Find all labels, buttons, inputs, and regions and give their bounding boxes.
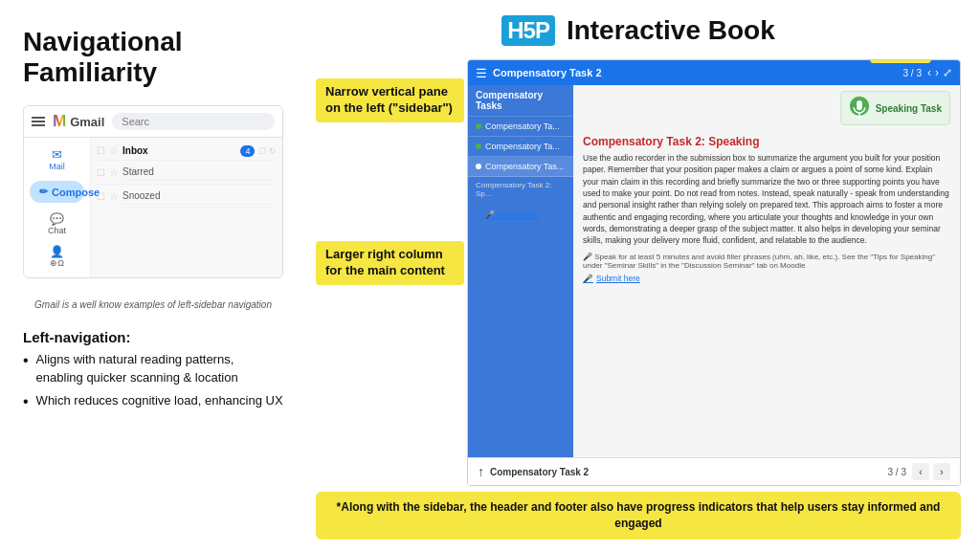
inbox-checkbox: ☐ xyxy=(97,145,105,156)
sidebar-dot-1 xyxy=(476,123,481,129)
h5p-task-body: Compensatory Task 2: Speaking Use the au… xyxy=(573,129,960,457)
h5p-sidebar: Compensatory Tasks Compensatory Ta... Co… xyxy=(468,85,573,457)
mic-icon xyxy=(849,96,870,121)
main-content-annotation-text: Larger right column for the main content xyxy=(316,241,464,285)
footer-next-btn[interactable]: › xyxy=(933,463,950,480)
inbox-star: ☆ xyxy=(109,144,119,157)
gmail-sidebar: ✉ Mail ✏ Compose 💬 Chat 👤 ⊕Ω xyxy=(24,138,91,277)
h5p-sidebar-heading: Compensatory Tasks xyxy=(468,85,573,117)
h5p-sidebar-subtext: Compensatory Task 2: Sp... xyxy=(468,177,573,202)
h5p-footer-nav: ‹ › xyxy=(912,463,950,480)
h5p-top-bar-title: Compensatory Task 2 xyxy=(493,67,898,78)
hamburger-icon[interactable] xyxy=(32,117,45,126)
h5p-sidebar-item-3[interactable]: Compensatory Tas... xyxy=(468,157,573,177)
sidebar-dot-3 xyxy=(476,164,481,169)
gmail-header: M Gmail Searc xyxy=(24,106,282,138)
gmail-more-item[interactable]: 👤 ⊕Ω xyxy=(24,241,90,272)
h5p-task-header: Speaking Task xyxy=(573,85,960,129)
gmail-inbox-row[interactable]: ☐ ☆ Inbox 4 ☐ ↻ xyxy=(97,142,277,161)
gmail-search-box[interactable]: Searc xyxy=(112,113,275,130)
inbox-badge: 4 xyxy=(240,145,255,157)
sidebar-annotation-text: Narrow vertical pane on the left ("sideb… xyxy=(316,78,464,122)
left-panel: Navigational Familiarity M Gmail Searc ✉… xyxy=(0,0,306,551)
h5p-content-wrapper: Compensatory Tasks Compensatory Ta... Co… xyxy=(468,85,960,457)
bullet-list: Aligns with natural reading patterns, en… xyxy=(23,351,283,410)
footer-prev-btn[interactable]: ‹ xyxy=(912,463,929,480)
header-annotation: Header xyxy=(870,59,931,63)
gmail-mail-item[interactable]: ✉ Mail xyxy=(24,143,90,175)
gmail-body: ✉ Mail ✏ Compose 💬 Chat 👤 ⊕Ω ☐ xyxy=(24,138,282,277)
h5p-task-text: Use the audio recorder in the submission… xyxy=(583,152,950,247)
h5p-logo: H5P xyxy=(501,15,555,46)
bottom-note: *Along with the sidebar, the header and … xyxy=(316,492,961,540)
compose-button[interactable]: ✏ Compose xyxy=(30,181,84,203)
bullet-item-2: Which reduces cognitive load, enhancing … xyxy=(23,392,283,410)
h5p-top-bar: ☰ Compensatory Task 2 3 / 3 ‹ › ⤢ xyxy=(468,60,960,85)
sidebar-annotation: Narrow vertical pane on the left ("sideb… xyxy=(316,78,464,122)
starred-label: Starred xyxy=(122,164,277,181)
menu-icon[interactable]: ☰ xyxy=(476,66,487,80)
gmail-chat-item[interactable]: 💬 Chat xyxy=(24,209,90,239)
gmail-caption: Gmail is a well know examples of left-si… xyxy=(23,296,283,312)
h5p-top-nav-icons: ‹ › ⤢ xyxy=(927,66,952,79)
left-nav-section: Left-navigation: Aligns with natural rea… xyxy=(23,329,283,416)
speaking-task-label: Speaking Task xyxy=(876,103,942,114)
h5p-footer-title: Compensatory Task 2 xyxy=(490,467,882,477)
inbox-label: Inbox xyxy=(122,145,236,156)
h5p-header-area: H5P Interactive Book xyxy=(316,15,961,46)
gmail-mockup: M Gmail Searc ✉ Mail ✏ Compose 💬 Chat xyxy=(23,105,283,278)
h5p-sidebar-submit[interactable]: 🎤 Submit here xyxy=(468,202,573,223)
gmail-starred-row[interactable]: ☐ ☆ Starred xyxy=(97,161,277,185)
footer-annotation: Footer xyxy=(960,437,961,465)
right-panel: H5P Interactive Book Narrow vertical pan… xyxy=(306,0,980,551)
h5p-sidebar-item-1[interactable]: Compensatory Ta... xyxy=(468,117,573,137)
gmail-snoozed-row[interactable]: ☐ ☆ Snoozed xyxy=(97,185,277,209)
snoozed-star: ☆ xyxy=(109,190,119,203)
expand-icon[interactable]: ⤢ xyxy=(943,66,952,79)
h5p-footer-count: 3 / 3 xyxy=(888,467,906,477)
gmail-logo-text: Gmail xyxy=(70,115,104,129)
gmail-logo-m: M xyxy=(53,112,66,131)
up-arrow-icon[interactable]: ↑ xyxy=(478,464,484,479)
snoozed-checkbox: ☐ xyxy=(97,191,105,202)
h5p-mockup: Header ☰ Compensatory Task 2 3 / 3 ‹ › ⤢… xyxy=(467,59,961,486)
h5p-tip: 🎤 Speak for at least 5 minutes and avoid… xyxy=(583,253,950,270)
svg-rect-1 xyxy=(857,100,862,110)
gmail-main: ☐ ☆ Inbox 4 ☐ ↻ ☐ ☆ Starred ☐ ☆ Snoozed xyxy=(91,138,282,277)
starred-checkbox: ☐ xyxy=(97,167,105,178)
starred-star: ☆ xyxy=(109,166,119,179)
left-nav-title: Left-navigation: xyxy=(23,329,283,345)
prev-icon[interactable]: ‹ xyxy=(927,66,931,79)
bullet-item-1: Aligns with natural reading patterns, en… xyxy=(23,351,283,386)
header-annotation-text: Header xyxy=(870,59,931,63)
inbox-controls: ☐ ↻ xyxy=(258,146,277,156)
h5p-title: Interactive Book xyxy=(567,15,775,46)
content-area: Narrow vertical pane on the left ("sideb… xyxy=(316,59,961,486)
main-content-annotation: Larger right column for the main content xyxy=(316,241,464,285)
sidebar-dot-2 xyxy=(476,143,481,149)
speaking-task-box: Speaking Task xyxy=(840,91,950,125)
h5p-task-title: Compensatory Task 2: Speaking xyxy=(583,135,950,148)
snoozed-label: Snoozed xyxy=(122,187,277,205)
gmail-logo: M Gmail xyxy=(53,112,104,131)
footer-annotation-text: Footer xyxy=(960,437,961,465)
h5p-top-bar-count: 3 / 3 xyxy=(903,68,922,78)
h5p-sidebar-item-2[interactable]: Compensatory Ta... xyxy=(468,137,573,157)
h5p-footer-bar: ↑ Compensatory Task 2 3 / 3 ‹ › xyxy=(468,457,960,485)
main-title: Navigational Familiarity xyxy=(23,27,283,88)
h5p-submit-link[interactable]: 🎤 Submit here xyxy=(583,274,950,283)
h5p-main-content: Speaking Task Compensatory Task 2: Speak… xyxy=(573,85,960,457)
next-icon[interactable]: › xyxy=(935,66,939,79)
